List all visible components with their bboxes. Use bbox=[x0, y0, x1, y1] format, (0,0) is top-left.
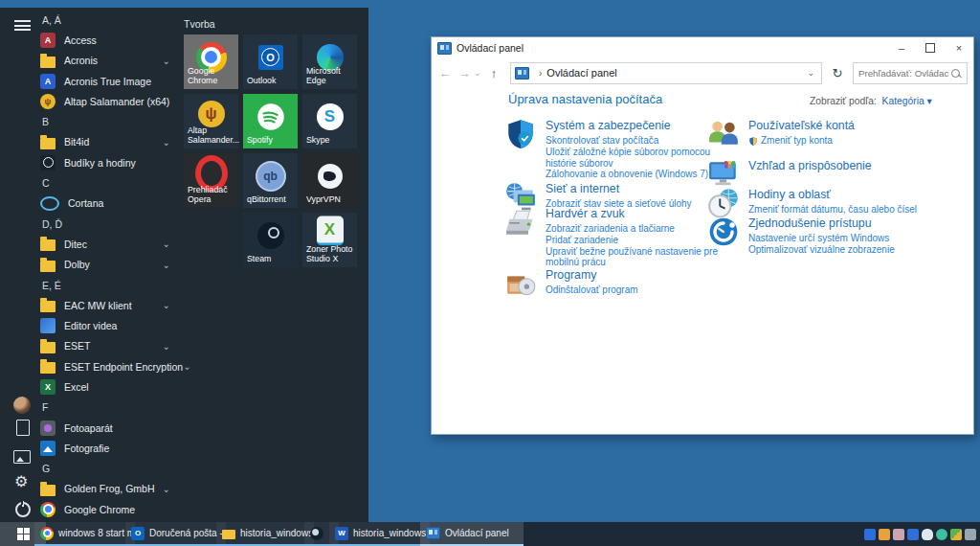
title-bar[interactable]: Ovládací panel – × bbox=[432, 37, 973, 58]
category-title[interactable]: Používateľské kontá bbox=[748, 119, 855, 132]
app-list-item-fotografie[interactable]: Fotografie bbox=[38, 438, 180, 458]
app-list-item-eset-endpoint-encryption[interactable]: ESET Endpoint Encryption⌄ bbox=[38, 356, 180, 376]
input-indicator-icon[interactable] bbox=[965, 529, 976, 540]
app-list-item-cortana[interactable]: Cortana bbox=[38, 193, 180, 214]
app-label: ESET bbox=[64, 340, 163, 352]
breadcrumb[interactable]: Ovládací panel bbox=[546, 67, 804, 79]
category-title[interactable]: Vzhľad a prispôsobenie bbox=[748, 159, 872, 172]
app-list-item-bit4id[interactable]: Bit4id⌄ bbox=[38, 132, 180, 152]
category-link[interactable]: Optimalizovať vizuálne zobrazenie bbox=[748, 244, 895, 256]
category-link[interactable]: Zmeniť typ konta bbox=[748, 135, 855, 147]
category-link[interactable]: Odinštalovať program bbox=[546, 284, 638, 296]
taskbar-button-outlook[interactable]: O Doručená pošta - ... bbox=[125, 522, 226, 546]
folder-icon bbox=[222, 530, 235, 539]
app-list-item-acronis[interactable]: Acronis⌄ bbox=[38, 51, 180, 71]
tile-vyprvpn[interactable]: VyprVPN bbox=[302, 153, 357, 208]
tile-spotify[interactable]: Spotify bbox=[243, 94, 298, 148]
taskbar-button-word[interactable]: W historia_windows - ... bbox=[329, 522, 430, 546]
app-list-section-header[interactable]: F bbox=[38, 398, 180, 418]
eset-tray-icon[interactable] bbox=[936, 529, 947, 540]
programs-icon[interactable] bbox=[504, 267, 537, 300]
refresh-icon[interactable]: ↻ bbox=[826, 66, 849, 80]
category-link[interactable]: Nastavenie určí systém Windows bbox=[748, 233, 895, 244]
app-list-item-editor-videa[interactable]: Editor videa bbox=[38, 315, 180, 335]
chevron-down-icon: ⌄ bbox=[163, 137, 170, 148]
documents-icon[interactable] bbox=[16, 420, 30, 436]
hamburger-menu-icon[interactable] bbox=[14, 20, 31, 31]
view-by-value[interactable]: Kategória ▾ bbox=[880, 96, 932, 106]
user-accounts-icon[interactable] bbox=[707, 118, 740, 150]
category-ease-of-access: Zjednodušenie prístupu Nastavenie určí s… bbox=[707, 216, 942, 256]
app-list-item-excel[interactable]: XExcel bbox=[38, 376, 180, 397]
app-label: Dolby bbox=[64, 259, 163, 270]
app-list-section-header[interactable]: E, É bbox=[38, 275, 180, 295]
outlook-tray-icon[interactable] bbox=[864, 529, 876, 540]
back-icon[interactable]: ← bbox=[435, 66, 455, 80]
close-button[interactable]: × bbox=[945, 37, 973, 58]
category-title[interactable]: Programy bbox=[546, 268, 638, 282]
tile-zoner-photo-studio[interactable]: X Zoner Photo Studio X bbox=[302, 213, 357, 267]
ease-of-access-icon[interactable] bbox=[707, 216, 740, 248]
app-list-item-dolby[interactable]: Dolby⌄ bbox=[38, 255, 180, 275]
minimize-button[interactable]: – bbox=[887, 37, 916, 58]
taskbar-button-label: Doručená pošta - ... bbox=[149, 528, 226, 538]
search-input[interactable] bbox=[854, 68, 951, 79]
address-bar[interactable]: › Ovládací panel ⌄ bbox=[510, 62, 822, 84]
history-chevron-icon[interactable]: ⌄ bbox=[474, 68, 483, 78]
forward-icon[interactable]: → bbox=[455, 66, 474, 80]
app-list-section-header[interactable]: B bbox=[38, 111, 180, 131]
user-avatar[interactable] bbox=[13, 397, 31, 414]
onedrive-cloud-icon[interactable] bbox=[922, 529, 933, 540]
taskbar-button-chrome[interactable]: windows 8 start me... bbox=[34, 522, 135, 546]
acronis-tray-icon[interactable] bbox=[907, 529, 919, 540]
category-title[interactable]: Zjednodušenie prístupu bbox=[748, 216, 895, 230]
app-list-item-golden-frog[interactable]: Golden Frog, GmbH⌄ bbox=[38, 479, 180, 499]
app-list-item-access[interactable]: AAccess bbox=[38, 30, 180, 50]
tile-microsoft-edge[interactable]: Microsoft Edge bbox=[302, 34, 357, 89]
tile-group-label[interactable]: Tvorba bbox=[184, 18, 215, 30]
alarm-orange-tray-icon[interactable] bbox=[879, 529, 890, 540]
tile-altap-salamander[interactable]: ψ Altap Salamander... bbox=[184, 94, 238, 148]
power-icon[interactable] bbox=[15, 502, 31, 517]
maximize-button[interactable] bbox=[916, 37, 945, 58]
tile-qbittorrent[interactable]: qb qBittorrent bbox=[243, 153, 298, 208]
app-list-item-eac-mw-klient[interactable]: EAC MW klient⌄ bbox=[38, 295, 180, 315]
skype-icon: S bbox=[317, 103, 344, 130]
category-link[interactable]: Zmeniť formát dátumu, času alebo čísel bbox=[748, 204, 917, 216]
desktop[interactable]: ⚙ A, Á AAccess Acronis⌄ AAcronis True Im… bbox=[0, 0, 980, 546]
printer-icon[interactable] bbox=[504, 206, 537, 239]
category-title[interactable]: Hodiny a oblasť bbox=[748, 188, 917, 201]
category-title[interactable]: Sieť a internet bbox=[546, 182, 692, 195]
security-shield-icon[interactable] bbox=[504, 118, 537, 150]
defender-shield-icon[interactable] bbox=[950, 529, 962, 540]
category-user-accounts: Používateľské kontá Zmeniť typ konta bbox=[707, 118, 942, 150]
settings-gear-icon[interactable]: ⚙ bbox=[14, 474, 32, 491]
pictures-icon[interactable] bbox=[13, 450, 31, 464]
tile-opera[interactable]: Prehliadač Opera bbox=[184, 153, 238, 208]
up-icon[interactable]: ↑ bbox=[483, 66, 504, 80]
app-list-item-acronis-true-image[interactable]: AAcronis True Image bbox=[38, 71, 180, 91]
app-list-item-altap-salamander[interactable]: ψAltap Salamander (x64) bbox=[38, 91, 180, 111]
photos-tray-icon[interactable] bbox=[893, 529, 904, 540]
appearance-icon[interactable] bbox=[707, 158, 740, 191]
app-list-section-header[interactable]: G bbox=[38, 459, 180, 479]
app-list-item-google-chrome[interactable]: Google Chrome bbox=[38, 499, 180, 519]
search-icon[interactable] bbox=[951, 69, 960, 78]
tile-outlook[interactable]: Outlook bbox=[243, 34, 298, 89]
app-list-item-fotoaparat[interactable]: Fotoaparát bbox=[38, 418, 180, 438]
clock-region-icon[interactable] bbox=[707, 187, 740, 219]
tile-google-chrome[interactable]: Google Chrome bbox=[184, 34, 238, 89]
app-list-section-header[interactable]: A, Á bbox=[38, 10, 180, 30]
app-list-section-header[interactable]: D, Ď bbox=[38, 214, 180, 234]
taskbar-button-folder[interactable]: historia_windows bbox=[216, 522, 314, 546]
app-label: Access bbox=[64, 34, 180, 46]
app-list-section-header[interactable]: C bbox=[38, 172, 180, 193]
app-list-item-eset[interactable]: ESET⌄ bbox=[38, 336, 180, 356]
app-list-item-budiky-a-hodiny[interactable]: Budíky a hodiny bbox=[38, 152, 180, 172]
control-panel-icon bbox=[515, 67, 529, 80]
app-list-item-ditec[interactable]: Ditec⌄ bbox=[38, 234, 180, 254]
tile-skype[interactable]: S Skype bbox=[302, 94, 357, 148]
address-dropdown-icon[interactable]: ⌄ bbox=[804, 68, 817, 78]
tile-steam[interactable]: Steam bbox=[243, 213, 298, 267]
taskbar-button-control-panel[interactable]: Ovládací panel bbox=[420, 522, 523, 546]
